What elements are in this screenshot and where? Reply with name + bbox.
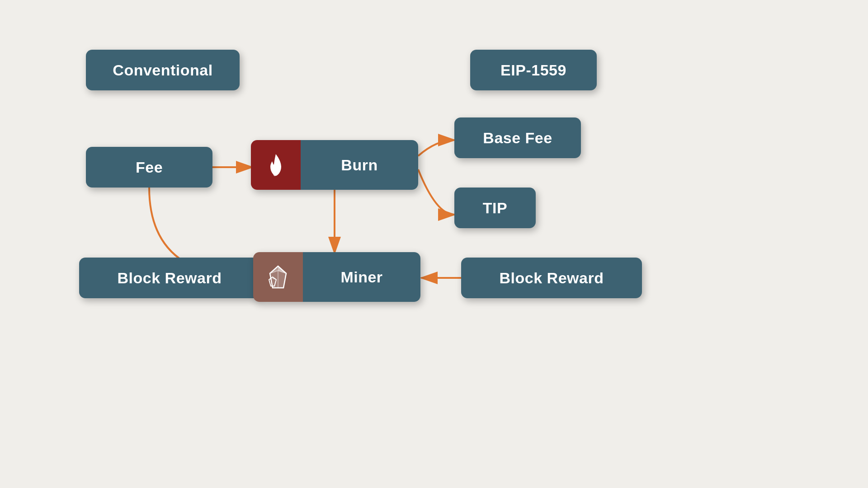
burn-icon-panel — [251, 140, 301, 190]
eip1559-label: EIP-1559 — [500, 61, 566, 79]
diagram-container: Conventional EIP-1559 Fee Burn Base Fee … — [0, 0, 868, 488]
node-block-reward-left: Block Reward — [79, 258, 260, 298]
crystal-icon — [264, 263, 292, 291]
burn-label-panel: Burn — [301, 140, 418, 190]
fee-label: Fee — [136, 159, 163, 176]
miner-label-panel: Miner — [303, 252, 420, 302]
node-block-reward-right: Block Reward — [461, 258, 642, 298]
basefee-label: Base Fee — [483, 129, 552, 147]
node-basefee: Base Fee — [454, 117, 581, 158]
node-conventional: Conventional — [86, 50, 240, 90]
miner-icon-panel — [253, 252, 303, 302]
burn-label: Burn — [341, 156, 377, 174]
node-tip: TIP — [454, 188, 536, 228]
node-fee: Fee — [86, 147, 212, 188]
block-reward-left-label: Block Reward — [118, 269, 222, 287]
miner-label: Miner — [340, 268, 382, 286]
tip-label: TIP — [483, 199, 507, 217]
node-miner: Miner — [253, 252, 420, 302]
node-eip1559: EIP-1559 — [470, 50, 597, 90]
block-reward-right-label: Block Reward — [500, 269, 604, 287]
conventional-label: Conventional — [113, 61, 212, 79]
fire-icon — [261, 150, 290, 179]
node-burn: Burn — [251, 140, 418, 190]
